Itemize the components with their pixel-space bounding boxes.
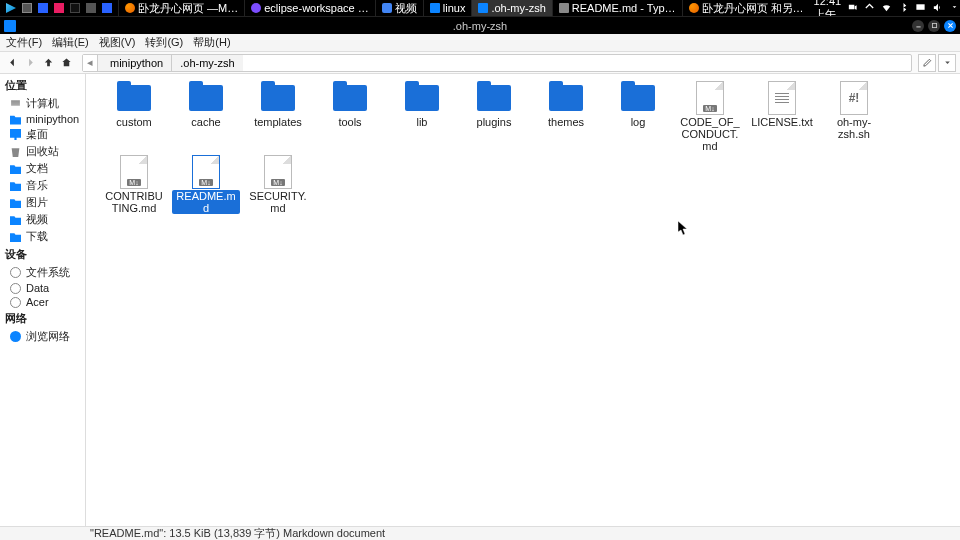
edit-path-button[interactable]: [918, 54, 936, 72]
menu-go[interactable]: 转到(G): [145, 35, 183, 50]
task-label: 卧龙丹心网页 和另…: [702, 1, 804, 16]
file-item[interactable]: templates: [242, 80, 314, 154]
taskbar-item-0[interactable]: 卧龙丹心网页 —M…: [118, 0, 244, 16]
file-icon: M↓: [259, 156, 297, 188]
trash-icon: [10, 146, 21, 157]
updates-icon[interactable]: [949, 2, 960, 15]
file-item[interactable]: plugins: [458, 80, 530, 154]
pathbar[interactable]: ◂ minipython .oh-my-zsh: [82, 54, 912, 72]
file-label: LICENSE.txt: [749, 116, 815, 128]
app-menu-icon[interactable]: [4, 1, 18, 15]
file-item[interactable]: M↓SECURITY.md: [242, 154, 314, 216]
file-item[interactable]: LICENSE.txt: [746, 80, 818, 154]
launcher-icon-2[interactable]: [20, 1, 34, 15]
path-back-icon[interactable]: ◂: [83, 55, 97, 71]
task-label: README.md - Typ…: [572, 2, 676, 14]
file-item[interactable]: M↓README.md: [170, 154, 242, 216]
sidebar-item-filesystem[interactable]: 文件系统: [0, 264, 85, 281]
path-current[interactable]: .oh-my-zsh: [171, 55, 242, 71]
menu-help[interactable]: 帮助(H): [193, 35, 230, 50]
file-label: CONTRIBUTING.md: [100, 190, 168, 214]
file-label: cache: [189, 116, 222, 128]
sidebar-item-label: 音乐: [26, 178, 48, 193]
taskbar-item-6[interactable]: 卧龙丹心网页 和另…: [682, 0, 810, 16]
sidebar-item-documents[interactable]: 文档: [0, 160, 85, 177]
sidebar-item-minipython[interactable]: minipython: [0, 112, 85, 126]
task-icon: [251, 3, 261, 13]
minimize-button[interactable]: [912, 20, 924, 32]
menu-file[interactable]: 文件(F): [6, 35, 42, 50]
folder-icon: [259, 82, 297, 114]
path-seg-2: .oh-my-zsh: [180, 57, 234, 69]
home-button[interactable]: [58, 55, 74, 71]
taskbar-item-4[interactable]: .oh-my-zsh: [471, 0, 551, 16]
taskbar-item-2[interactable]: 视频: [375, 0, 423, 16]
desk-icon: [10, 129, 21, 140]
fold-icon: [10, 231, 21, 242]
sidebar-item-label: 图片: [26, 195, 48, 210]
display-icon[interactable]: [915, 2, 926, 15]
file-item[interactable]: #!oh-my-zsh.sh: [818, 80, 890, 154]
taskbar-item-1[interactable]: eclipse-workspace …: [244, 0, 375, 16]
window-titlebar[interactable]: .oh-my-zsh: [0, 16, 960, 34]
toolbar: ◂ minipython .oh-my-zsh: [0, 52, 960, 74]
disk-icon: [10, 297, 21, 308]
sidebar-item-browse-network[interactable]: 浏览网络: [0, 328, 85, 345]
file-label: tools: [336, 116, 363, 128]
file-item[interactable]: custom: [98, 80, 170, 154]
folder-icon: [403, 82, 441, 114]
launcher-icon-3[interactable]: [36, 1, 50, 15]
wifi-icon[interactable]: [881, 2, 892, 15]
task-label: 视频: [395, 1, 417, 16]
task-icon: [125, 3, 135, 13]
camera-icon[interactable]: [847, 2, 858, 15]
sidebar-item-desktop[interactable]: 桌面: [0, 126, 85, 143]
file-item[interactable]: M↓CODE_OF_CONDUCT.md: [674, 80, 746, 154]
file-icon: M↓: [187, 156, 225, 188]
file-label: README.md: [172, 190, 240, 214]
folder-icon: [115, 82, 153, 114]
sidebar-item-music[interactable]: 音乐: [0, 177, 85, 194]
back-button[interactable]: [4, 55, 20, 71]
folder-icon: [547, 82, 585, 114]
sidebar-item-label: 回收站: [26, 144, 59, 159]
launcher-icon-5[interactable]: [68, 1, 82, 15]
file-item[interactable]: M↓CONTRIBUTING.md: [98, 154, 170, 216]
up-button[interactable]: [40, 55, 56, 71]
launcher: [2, 1, 116, 15]
sidebar-item-data[interactable]: Data: [0, 281, 85, 295]
launcher-icon-4[interactable]: [52, 1, 66, 15]
sidebar-item-trash[interactable]: 回收站: [0, 143, 85, 160]
file-item[interactable]: tools: [314, 80, 386, 154]
task-label: 卧龙丹心网页 —M…: [138, 1, 238, 16]
sidebar-item-videos[interactable]: 视频: [0, 211, 85, 228]
file-item[interactable]: lib: [386, 80, 458, 154]
menu-view[interactable]: 视图(V): [99, 35, 136, 50]
taskbar-item-3[interactable]: linux: [423, 0, 472, 16]
taskbar-item-5[interactable]: README.md - Typ…: [552, 0, 682, 16]
view-options-button[interactable]: [938, 54, 956, 72]
sidebar-item-computer[interactable]: 计算机: [0, 95, 85, 112]
network-icon[interactable]: [864, 2, 875, 15]
statusbar: "README.md": 13.5 KiB (13,839 字节) Markdo…: [0, 526, 960, 540]
close-button[interactable]: [944, 20, 956, 32]
launcher-icon-6[interactable]: [100, 1, 114, 15]
menubar: 文件(F)编辑(E)视图(V)转到(G)帮助(H): [0, 34, 960, 52]
file-icon: M↓: [115, 156, 153, 188]
file-item[interactable]: themes: [530, 80, 602, 154]
forward-button[interactable]: [22, 55, 38, 71]
bluetooth-icon[interactable]: [898, 2, 909, 15]
sidebar-item-acer[interactable]: Acer: [0, 295, 85, 309]
volume-icon[interactable]: [932, 2, 943, 15]
sidebar-item-downloads[interactable]: 下载: [0, 228, 85, 245]
sidebar-item-pictures[interactable]: 图片: [0, 194, 85, 211]
file-item[interactable]: log: [602, 80, 674, 154]
maximize-button[interactable]: [928, 20, 940, 32]
file-item[interactable]: cache: [170, 80, 242, 154]
file-view[interactable]: customcachetemplatestoolslibpluginstheme…: [86, 74, 960, 526]
file-icon: #!: [835, 82, 873, 114]
path-home[interactable]: minipython: [97, 55, 171, 71]
sidebar-item-label: 视频: [26, 212, 48, 227]
menu-edit[interactable]: 编辑(E): [52, 35, 89, 50]
file-label: themes: [546, 116, 586, 128]
